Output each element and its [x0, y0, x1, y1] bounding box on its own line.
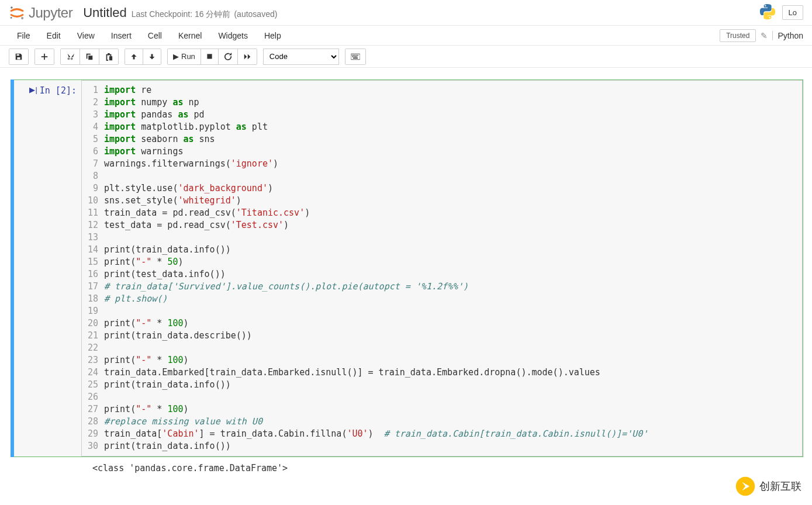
svg-point-1 [21, 17, 23, 19]
run-label: Run [181, 52, 195, 61]
move-up-button[interactable] [125, 49, 143, 64]
checkpoint-status: Last Checkpoint: 16 分钟前 [132, 9, 231, 20]
trusted-badge[interactable]: Trusted [720, 29, 756, 42]
run-cell-icon[interactable]: ▶| [29, 85, 37, 94]
menu-cell[interactable]: Cell [140, 27, 170, 44]
svg-point-2 [11, 17, 12, 19]
command-palette-button[interactable] [345, 49, 365, 64]
svg-rect-7 [354, 54, 355, 56]
menu-insert[interactable]: Insert [103, 27, 140, 44]
menubar: File Edit View Insert Cell Kernel Widget… [0, 26, 812, 46]
line-number-gutter: 1234567891011121314151617181920212223242… [82, 84, 104, 452]
code-editor[interactable]: import reimport numpy as npimport pandas… [104, 84, 802, 452]
restart-button[interactable] [219, 49, 238, 64]
save-button[interactable] [9, 49, 28, 64]
logout-button[interactable]: Lo [782, 5, 803, 20]
svg-rect-5 [351, 54, 353, 56]
cut-button[interactable] [61, 49, 80, 64]
menu-kernel[interactable]: Kernel [170, 27, 210, 44]
svg-rect-11 [354, 56, 355, 57]
cell-output: <class 'pandas.core.frame.DataFrame'> [11, 457, 803, 473]
toolbar: ▶Run Code [0, 46, 812, 68]
menu-widgets[interactable]: Widgets [210, 27, 256, 44]
cell-type-select[interactable]: Code [263, 49, 339, 65]
notebook-container: ▶| In [2]: 12345678910111213141516171819… [0, 68, 812, 473]
paste-button[interactable] [99, 49, 118, 64]
cell-prompt: ▶| In [2]: [11, 80, 81, 456]
svg-rect-3 [207, 54, 212, 58]
copy-button[interactable] [80, 49, 99, 64]
interrupt-button[interactable] [201, 49, 219, 64]
svg-rect-6 [353, 54, 354, 56]
python-logo-icon [759, 3, 776, 22]
autosave-status: (autosaved) [234, 9, 277, 19]
svg-rect-12 [355, 56, 356, 57]
add-cell-button[interactable] [35, 49, 54, 64]
jupyter-icon [9, 5, 25, 21]
pencil-icon[interactable]: ✎ [761, 31, 768, 40]
output-line: <class 'pandas.core.frame.DataFrame'> [92, 463, 288, 473]
svg-rect-14 [353, 57, 358, 58]
code-cell[interactable]: ▶| In [2]: 12345678910111213141516171819… [11, 79, 803, 457]
svg-rect-9 [357, 54, 358, 56]
run-icon: ▶ [173, 52, 179, 61]
logo-text: Jupyter [29, 5, 72, 21]
svg-point-0 [11, 6, 13, 9]
svg-rect-13 [356, 56, 357, 57]
jupyter-logo[interactable]: Jupyter [9, 5, 72, 21]
prompt-label: In [2]: [40, 85, 77, 96]
menu-help[interactable]: Help [256, 27, 289, 44]
menu-view[interactable]: View [69, 27, 103, 44]
svg-rect-8 [356, 54, 357, 56]
restart-run-all-button[interactable] [238, 49, 257, 64]
notebook-title[interactable]: Untitled [83, 5, 127, 20]
menu-file[interactable]: File [9, 27, 39, 44]
move-down-button[interactable] [143, 49, 161, 64]
run-button[interactable]: ▶Run [168, 49, 201, 64]
menu-edit[interactable]: Edit [39, 27, 69, 44]
kernel-indicator[interactable]: Python [772, 31, 803, 40]
code-input-area[interactable]: 1234567891011121314151617181920212223242… [81, 80, 803, 456]
header: Jupyter Untitled Last Checkpoint: 16 分钟前… [0, 0, 812, 26]
svg-rect-10 [352, 56, 353, 57]
